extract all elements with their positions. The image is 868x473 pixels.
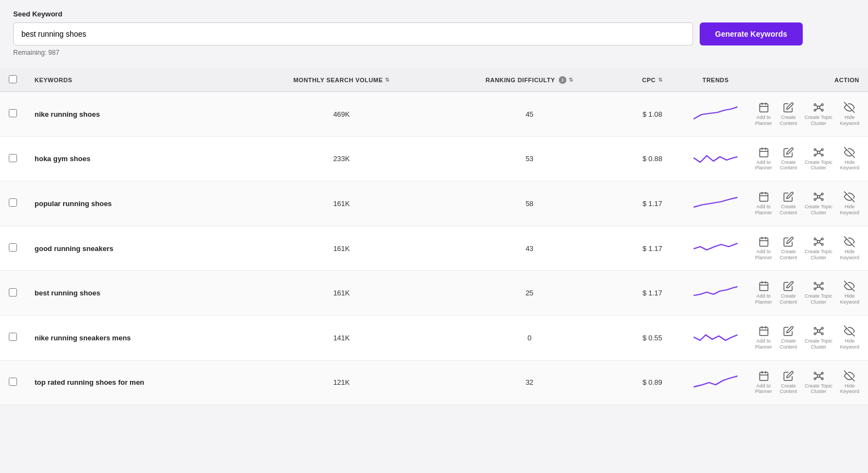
hide-keyword-button[interactable]: HideKeyword xyxy=(840,191,859,216)
svg-line-25 xyxy=(816,153,818,155)
create-content-button[interactable]: CreateContent xyxy=(780,326,797,350)
svg-line-40 xyxy=(819,198,821,200)
volume-sort-icon[interactable]: ⇅ xyxy=(385,77,390,83)
svg-line-80 xyxy=(819,329,821,330)
seed-keyword-input[interactable] xyxy=(13,22,693,45)
cpc-sort-icon[interactable]: ⇅ xyxy=(658,77,663,83)
create-topic-cluster-button[interactable]: Create TopicCluster xyxy=(805,281,832,305)
add-to-planner-button[interactable]: Add toPlanner xyxy=(755,326,772,350)
keyword-text: top rated running shoes for men xyxy=(35,378,144,386)
create-topic-cluster-button[interactable]: Create TopicCluster xyxy=(805,236,832,261)
keywords-column-header: KEYWORDS xyxy=(26,69,244,92)
hide-keyword-label: HideKeyword xyxy=(840,383,859,395)
hide-keyword-button[interactable]: HideKeyword xyxy=(840,371,859,395)
create-topic-cluster-button[interactable]: Create TopicCluster xyxy=(805,326,832,350)
svg-rect-70 xyxy=(759,327,768,335)
svg-line-23 xyxy=(816,150,818,151)
create-topic-cluster-button[interactable]: Create TopicCluster xyxy=(805,371,832,395)
volume-value: 161K xyxy=(333,244,350,253)
svg-rect-28 xyxy=(759,193,768,202)
row-checkbox-0[interactable] xyxy=(9,109,17,117)
hide-keyword-label: HideKeyword xyxy=(840,115,859,127)
create-topic-cluster-label: Create TopicCluster xyxy=(805,204,832,216)
action-column-header: ACTION xyxy=(746,69,868,92)
trend-chart xyxy=(694,148,737,168)
difficulty-value: 0 xyxy=(527,334,531,342)
svg-line-9 xyxy=(816,105,818,107)
row-checkbox-5[interactable] xyxy=(9,333,17,341)
table-row: good running sneakers161K43$ 1.17 Add to… xyxy=(0,226,868,271)
svg-rect-56 xyxy=(759,283,768,291)
trend-chart xyxy=(694,104,737,123)
create-topic-cluster-button[interactable]: Create TopicCluster xyxy=(805,102,832,127)
hide-keyword-button[interactable]: HideKeyword xyxy=(840,102,859,127)
difficulty-sort-icon[interactable]: ⇅ xyxy=(569,77,574,83)
hide-keyword-button[interactable]: HideKeyword xyxy=(840,281,859,305)
svg-line-93 xyxy=(816,373,818,375)
add-to-planner-button[interactable]: Add toPlanner xyxy=(755,371,772,395)
cpc-value: $ 1.08 xyxy=(643,110,662,118)
svg-line-66 xyxy=(819,284,821,286)
keyword-text: popular running shoes xyxy=(35,200,112,208)
cpc-value: $ 1.17 xyxy=(643,244,662,253)
table-row: nike running sneakers mens141K0$ 0.55 Ad… xyxy=(0,315,868,360)
hide-keyword-button[interactable]: HideKeyword xyxy=(840,147,859,172)
row-checkbox-2[interactable] xyxy=(9,198,17,207)
difficulty-info-icon[interactable]: i xyxy=(559,76,566,84)
select-all-checkbox[interactable] xyxy=(9,75,17,83)
add-to-planner-button[interactable]: Add toPlanner xyxy=(755,147,772,172)
svg-line-95 xyxy=(816,377,818,378)
create-content-button[interactable]: CreateContent xyxy=(780,281,797,305)
create-content-button[interactable]: CreateContent xyxy=(780,236,797,261)
table-row: top rated running shoes for men121K32$ 0… xyxy=(0,360,868,405)
create-content-label: CreateContent xyxy=(780,204,797,216)
create-content-button[interactable]: CreateContent xyxy=(780,102,797,127)
create-content-button[interactable]: CreateContent xyxy=(780,371,797,395)
svg-line-38 xyxy=(819,195,821,196)
create-topic-cluster-button[interactable]: Create TopicCluster xyxy=(805,147,832,172)
keyword-text: nike running sneakers mens xyxy=(35,334,131,342)
difficulty-value: 32 xyxy=(525,378,533,386)
svg-line-10 xyxy=(819,105,821,107)
difficulty-value: 58 xyxy=(525,200,533,208)
svg-rect-0 xyxy=(759,104,768,112)
seed-keyword-label: Seed Keyword xyxy=(13,10,855,18)
svg-line-39 xyxy=(816,198,818,200)
add-to-planner-button[interactable]: Add toPlanner xyxy=(755,191,772,216)
row-checkbox-4[interactable] xyxy=(9,288,17,297)
volume-value: 469K xyxy=(333,110,350,118)
create-content-button[interactable]: CreateContent xyxy=(780,191,797,216)
hide-keyword-button[interactable]: HideKeyword xyxy=(840,236,859,261)
keyword-text: nike running shoes xyxy=(35,110,100,118)
svg-line-54 xyxy=(819,242,821,244)
cpc-value: $ 1.17 xyxy=(643,289,662,297)
svg-line-68 xyxy=(819,287,821,289)
difficulty-value: 25 xyxy=(525,289,533,297)
select-all-header xyxy=(0,69,26,92)
create-content-button[interactable]: CreateContent xyxy=(780,147,797,172)
svg-line-37 xyxy=(816,195,818,196)
row-checkbox-3[interactable] xyxy=(9,243,17,252)
generate-keywords-button[interactable]: Generate Keywords xyxy=(700,22,803,45)
svg-line-11 xyxy=(816,109,818,110)
row-checkbox-1[interactable] xyxy=(9,154,17,162)
add-to-planner-button[interactable]: Add toPlanner xyxy=(755,281,772,305)
hide-keyword-label: HideKeyword xyxy=(840,249,859,261)
volume-value: 141K xyxy=(333,334,350,342)
difficulty-value: 45 xyxy=(525,110,533,118)
create-content-label: CreateContent xyxy=(780,115,797,127)
cpc-value: $ 0.88 xyxy=(643,155,662,163)
add-planner-label: Add toPlanner xyxy=(755,249,772,261)
cpc-value: $ 1.17 xyxy=(643,200,662,208)
table-row: nike running shoes469K45$ 1.08 Add toPla… xyxy=(0,92,868,136)
remaining-count: Remaining: 987 xyxy=(13,49,855,56)
create-topic-cluster-label: Create TopicCluster xyxy=(805,115,832,127)
create-topic-cluster-button[interactable]: Create TopicCluster xyxy=(805,191,832,216)
add-to-planner-button[interactable]: Add toPlanner xyxy=(755,102,772,127)
add-to-planner-button[interactable]: Add toPlanner xyxy=(755,236,772,261)
svg-line-26 xyxy=(819,153,821,155)
svg-line-53 xyxy=(816,242,818,244)
hide-keyword-button[interactable]: HideKeyword xyxy=(840,326,859,350)
table-row: best running shoes161K25$ 1.17 Add toPla… xyxy=(0,271,868,316)
row-checkbox-6[interactable] xyxy=(9,378,17,386)
